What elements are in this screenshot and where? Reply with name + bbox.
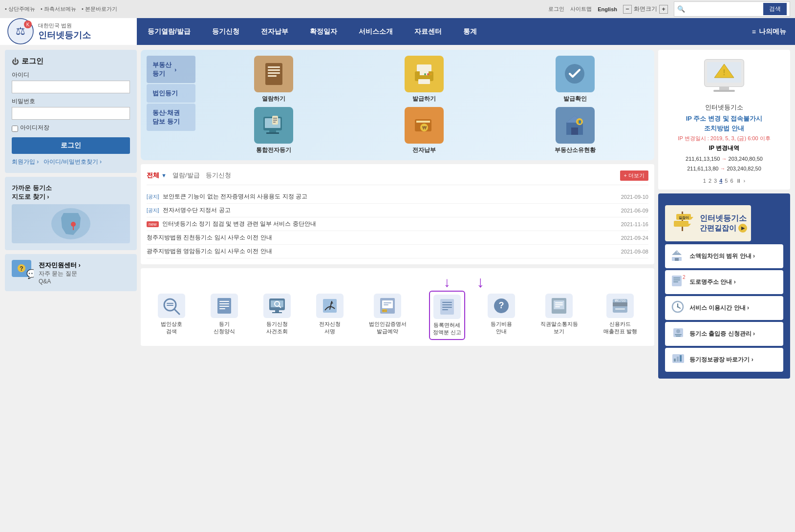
service-icon-0[interactable]: 열람하기 (200, 56, 347, 103)
svg-line-44 (174, 309, 179, 314)
search-btn[interactable]: 검색 (763, 3, 787, 15)
left-panel: ⏻ 로그인 아이디 비밀번호 아이디저장 로그인 회원가입 › 아이디/비밀번호… (5, 50, 137, 379)
svg-rect-28 (266, 132, 279, 134)
skip-link-2[interactable]: • 좌측서브메뉴 (41, 6, 76, 12)
svg-rect-13 (268, 66, 280, 68)
quick-guide-title-text: 인터넷등기소 (700, 213, 747, 224)
service-cat-2[interactable]: 동산·채권담보 등기 (147, 104, 195, 131)
svg-point-108 (677, 306, 679, 307)
shortcut-6[interactable]: ? 등기비용안내 (485, 291, 518, 340)
next-btn[interactable]: › (744, 178, 746, 184)
page-3[interactable]: 3 (714, 178, 717, 184)
page-6[interactable]: 6 (730, 178, 733, 184)
news-title-0[interactable]: [공지] 보안토큰 기능이 없는 전자증명서의 사용용도 지정 공고 (147, 192, 609, 201)
shortcut-label-0: 법인상호검색 (161, 320, 182, 335)
find-id-link[interactable]: 아이디/비밀번호찾기 › (43, 158, 102, 166)
service-cat-label-1: 법인등기 (152, 89, 178, 98)
power-icon: ⏻ (12, 58, 19, 65)
font-plus-btn[interactable]: + (659, 5, 668, 14)
service-cat-0[interactable]: 부동산등기 › (147, 56, 195, 83)
quick-guide: 길잡이 인터넷등기소 간편길잡이 ▶ (658, 193, 790, 379)
news-title-3[interactable]: 청주지방법원 진천등기소 임시 사무소 이전 안내 (147, 234, 609, 242)
guide-link-2[interactable]: 서비스 이용시간 안내 › (665, 296, 783, 320)
guide-link-3[interactable]: 등기소 출입증 신청관리 › (665, 322, 783, 346)
nav-item-0[interactable]: 등기열람/발급 (137, 18, 201, 45)
map-area[interactable] (12, 204, 130, 243)
shortcut-icon-0 (158, 294, 185, 318)
nav-item-1[interactable]: 등기신청 (201, 18, 250, 45)
news-date-4: 2021-09-08 (609, 249, 648, 255)
quick-guide-text: 인터넷등기소 간편길잡이 ▶ (700, 213, 747, 233)
news-more-btn[interactable]: + 더보기 (620, 170, 648, 181)
pause-btn[interactable]: ⏸ (736, 178, 741, 184)
shortcut-label-2: 등기신청사건조회 (266, 320, 288, 335)
quick-guide-inner: 길잡이 인터넷등기소 간편길잡이 ▶ (665, 205, 751, 241)
service-icon-2[interactable]: 발급확인 (502, 56, 648, 103)
browse-icon (260, 61, 287, 87)
shortcut-icon-7 (545, 294, 573, 318)
shortcut-2[interactable]: 등기신청사건조회 (260, 291, 294, 340)
shortcut-8[interactable]: ₩1700 신용카드매출전표 발행 (601, 291, 640, 340)
nav-item-3[interactable]: 확정일자 (299, 18, 348, 45)
news-tab-browse[interactable]: 열람/발급 (172, 170, 200, 181)
logo-svg: ⚖ K (7, 18, 34, 45)
svg-point-21 (430, 73, 432, 75)
service-icon-1[interactable]: 발급하기 (351, 56, 497, 103)
nav-item-6[interactable]: 통계 (452, 18, 488, 45)
nav-item-5[interactable]: 자료센터 (404, 18, 452, 45)
signup-link[interactable]: 회원가입 › (12, 158, 39, 166)
news-title-1[interactable]: [공지] 전자서명수단 지정서 공고 (147, 206, 609, 214)
skip-link-3[interactable]: • 본문바로가기 (82, 6, 117, 12)
page-4[interactable]: 4 (719, 178, 722, 184)
news-tab-apply[interactable]: 등기신청 (206, 170, 231, 181)
news-tab-all[interactable]: 전체 (147, 170, 159, 181)
guide-link-1[interactable]: 219 도로명주소 안내 › (665, 270, 783, 294)
news-date-0: 2021-09-10 (609, 194, 648, 200)
save-id-checkbox[interactable] (12, 126, 18, 132)
shortcut-0[interactable]: 법인상호검색 (155, 291, 188, 340)
news-title-4[interactable]: 광주지방법원 영암등기소 임시 사무소 이전 안내 (147, 247, 609, 255)
english-link[interactable]: English (598, 6, 617, 12)
news-title-2[interactable]: new 인터넷등기소 정기 점검 및 변경 관련 일부 서비스 중단안내 (147, 220, 609, 228)
svg-point-20 (427, 73, 429, 75)
service-cat-1[interactable]: 법인등기 (147, 84, 195, 103)
page-5[interactable]: 5 (725, 178, 728, 184)
pw-input[interactable] (12, 107, 130, 120)
map-search-title[interactable]: 가까운 등기소 지도로 찾기 › (12, 184, 130, 201)
search-input[interactable] (685, 6, 763, 13)
play-icon[interactable]: ▶ (738, 224, 747, 233)
login-link[interactable]: 로그인 (548, 5, 564, 13)
service-icon-4[interactable]: ₩ 전자납부 (351, 107, 497, 154)
service-icon-5[interactable]: 👤 부동산소유현황 (502, 107, 648, 154)
shortcut-3[interactable]: 전자신청서명 (313, 291, 346, 340)
service-icon-3[interactable]: 통합전자등기 (200, 107, 347, 154)
nav-item-2[interactable]: 전자납부 (250, 18, 299, 45)
qa-center-title[interactable]: 전자민원센터 › (39, 261, 81, 270)
logo-text: 대한민국 법원 인터넷등기소 (38, 22, 91, 41)
nav-item-4[interactable]: 서비스소개 (348, 18, 404, 45)
nav-my-menu[interactable]: ≡ 나의메뉴 (743, 18, 795, 45)
id-input[interactable] (12, 81, 130, 93)
svg-rect-76 (555, 302, 563, 303)
shortcut-5[interactable]: 등록면허세정액분 신고 (429, 291, 465, 340)
guide-link-4[interactable]: 등기정보광장 바로가기 › (665, 348, 783, 372)
guide-link-0[interactable]: W 소액임차인의 범위 안내 › (665, 244, 783, 268)
center-panel: 부동산등기 › 법인등기 동산·채권담보 등기 (137, 50, 658, 379)
skip-link-1[interactable]: • 상단주메뉴 (5, 6, 35, 12)
alert-date-text: IP 변경일시 : 2019, 5, 3, (금) 6:00 이후 (664, 135, 784, 142)
page-1[interactable]: 1 (703, 178, 706, 184)
news-item-1: [공지] 전자서명수단 지정서 공고 2021-06-09 (147, 204, 648, 217)
news-tabs: 전체 ▼ 열람/발급 등기신청 + 더보기 (147, 170, 648, 185)
page-2[interactable]: 2 (709, 178, 711, 184)
skip-links: • 상단주메뉴 • 좌측서브메뉴 • 본문바로가기 (5, 5, 121, 13)
sitemap-link[interactable]: 사이트맵 (570, 5, 592, 13)
alert-change-label: IP 변경내역 (664, 144, 784, 152)
svg-text:?: ? (498, 300, 504, 310)
shortcut-1[interactable]: 등기신청양식 (208, 291, 241, 340)
login-button[interactable]: 로그인 (12, 137, 130, 154)
shortcut-7[interactable]: 직권말소통지등보기 (537, 291, 581, 340)
font-minus-btn[interactable]: − (623, 5, 632, 14)
svg-rect-78 (555, 306, 560, 307)
shortcut-4[interactable]: 예약 법인인감증명서발급예약 (366, 291, 409, 340)
service-categories: 부동산등기 › 법인등기 동산·채권담보 등기 (147, 56, 195, 154)
